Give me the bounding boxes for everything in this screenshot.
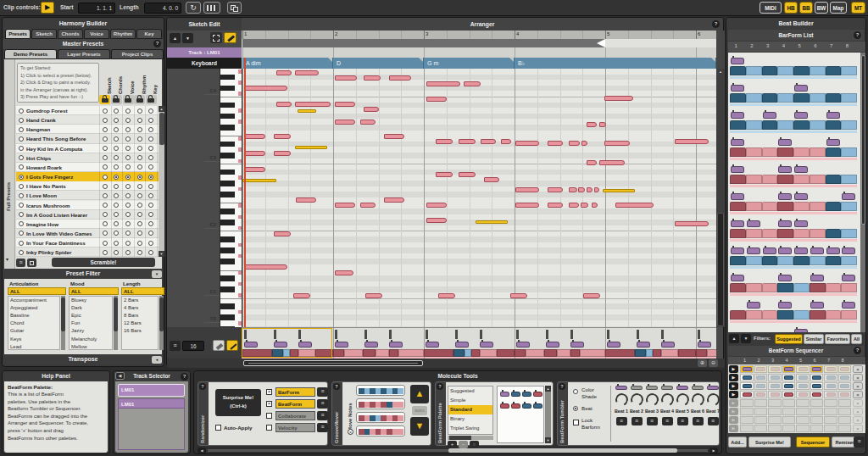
filter-item[interactable]: Chord — [10, 320, 24, 325]
sequencer-menu-button[interactable]: ≡ — [854, 437, 865, 448]
sequencer-play-button-3[interactable]: ▶ — [729, 382, 738, 390]
window-button-map[interactable]: Map — [830, 2, 847, 14]
sequencer-cell[interactable] — [810, 382, 824, 390]
ruler-strip[interactable] — [242, 31, 716, 39]
preset-scroll-down[interactable]: ▼ — [159, 251, 164, 257]
chord-region-D[interactable]: D — [333, 58, 424, 69]
sequencer-cell[interactable] — [782, 382, 796, 390]
preset-col-radio[interactable] — [114, 136, 119, 142]
palette-beatform-red[interactable] — [500, 403, 509, 409]
note[interactable] — [426, 203, 447, 208]
tab-voice[interactable]: Voice — [84, 29, 109, 39]
rhythm-segment[interactable] — [363, 349, 376, 357]
chord-region-G-m[interactable]: G m — [424, 58, 515, 69]
beatform-tumbler-help-icon[interactable]: ? — [559, 383, 565, 390]
preset-col-radio[interactable] — [125, 108, 131, 114]
track-selector-help-icon[interactable]: ? — [181, 373, 188, 381]
note[interactable] — [604, 96, 633, 101]
filter-item[interactable]: Bassline — [10, 313, 30, 318]
black-key[interactable] — [220, 192, 235, 197]
rhythm-segment[interactable] — [497, 349, 515, 357]
filter-button-all[interactable]: All — [851, 334, 862, 344]
piano-keyboard[interactable] — [220, 69, 242, 327]
barform-beat[interactable] — [778, 220, 792, 227]
note[interactable] — [335, 270, 353, 275]
barform-beat[interactable] — [794, 220, 808, 227]
palette-beatform-red[interactable] — [533, 392, 542, 397]
sequencer-cell[interactable] — [768, 382, 782, 390]
palette-category-simple[interactable]: Simple — [448, 396, 492, 405]
note[interactable] — [599, 160, 625, 165]
rhythm-segment[interactable] — [580, 349, 605, 357]
note[interactable] — [335, 102, 355, 107]
note[interactable] — [295, 70, 319, 75]
rhythm-beatform[interactable] — [389, 342, 403, 348]
window-button-bw[interactable]: BW — [815, 2, 828, 14]
preset-col-radio[interactable] — [125, 146, 131, 151]
preset-col-radio[interactable] — [114, 164, 119, 170]
rhythm-segment[interactable] — [707, 349, 716, 357]
sequencer-cell[interactable] — [824, 391, 837, 398]
tumbler-beatform-2[interactable] — [631, 386, 643, 390]
beat-knob-6[interactable] — [689, 392, 705, 408]
sequencer-cell[interactable] — [754, 374, 768, 381]
preset-col-radio[interactable] — [148, 175, 153, 180]
sequencer-cell[interactable] — [824, 382, 837, 390]
sequencer-cell[interactable] — [768, 365, 782, 373]
rhythm-segment[interactable] — [471, 349, 481, 357]
sequencer-cell[interactable] — [824, 408, 837, 415]
note[interactable] — [592, 203, 598, 208]
palette-search-button[interactable]: ○ — [470, 441, 479, 448]
preset-col-radio[interactable] — [114, 241, 119, 246]
barform-beat[interactable] — [763, 112, 776, 119]
loop-end-marker[interactable] — [597, 39, 605, 47]
palette-beatform-purple[interactable] — [500, 392, 509, 397]
black-key[interactable] — [220, 125, 235, 131]
note[interactable] — [548, 187, 563, 192]
palette-add-button[interactable]: + — [448, 441, 457, 448]
loop-toggle-button[interactable]: ↻ — [186, 2, 201, 14]
preset-row[interactable]: Imagine How — [16, 220, 159, 229]
sequencer-cell[interactable] — [838, 374, 852, 381]
preset-col-radio[interactable] — [103, 193, 108, 198]
groove-pattern-0[interactable] — [356, 385, 405, 396]
sequencer-clear-button-8[interactable]: × — [853, 425, 863, 432]
note[interactable] — [245, 86, 287, 91]
tab-presets[interactable]: Presets — [5, 29, 31, 39]
filter-item[interactable]: 8 Bars — [124, 313, 138, 318]
tumbler-beatform-1[interactable] — [615, 386, 627, 390]
note-selected[interactable] — [603, 189, 635, 192]
beat-knob-4[interactable] — [659, 392, 675, 408]
lock-icon[interactable] — [99, 95, 110, 104]
sequencer-cell[interactable] — [782, 408, 796, 415]
barform-row[interactable] — [730, 55, 857, 82]
barform-beat[interactable] — [763, 247, 776, 254]
filter-button-suggested[interactable]: Suggested — [775, 334, 803, 344]
barform-row[interactable] — [730, 191, 857, 218]
preset-col-radio[interactable] — [148, 250, 153, 255]
note[interactable] — [548, 141, 563, 146]
master-presets-help-icon[interactable]: ? — [153, 40, 161, 47]
groove-pattern-3[interactable] — [356, 425, 405, 437]
filter-item[interactable]: 16 Bars — [124, 328, 142, 333]
sequencer-cell[interactable] — [768, 391, 782, 398]
sequencer-clear-button-6[interactable]: × — [853, 408, 863, 415]
auto-apply-checkbox[interactable] — [215, 425, 221, 431]
preset-tab-demo-presets[interactable]: Demo Presets — [4, 49, 57, 59]
preset-col-radio[interactable] — [103, 203, 108, 208]
sequencer-cell[interactable] — [810, 416, 824, 424]
note[interactable] — [548, 203, 563, 208]
lock-icon[interactable] — [111, 95, 122, 104]
preset-radio[interactable] — [19, 146, 24, 151]
beat-menu-4[interactable]: ≡ — [662, 417, 673, 425]
sequencer-button-add[interactable]: Add... — [728, 437, 747, 448]
note[interactable] — [587, 187, 593, 192]
filter-button-favorites[interactable]: Favorites — [825, 334, 850, 344]
sequencer-cell[interactable] — [838, 425, 852, 432]
black-key[interactable] — [220, 142, 235, 147]
preset-col-radio[interactable] — [125, 136, 131, 142]
rhythm-segment[interactable] — [398, 349, 424, 357]
note[interactable] — [245, 167, 265, 172]
preset-radio[interactable] — [19, 250, 24, 255]
preset-col-radio[interactable] — [148, 146, 153, 151]
